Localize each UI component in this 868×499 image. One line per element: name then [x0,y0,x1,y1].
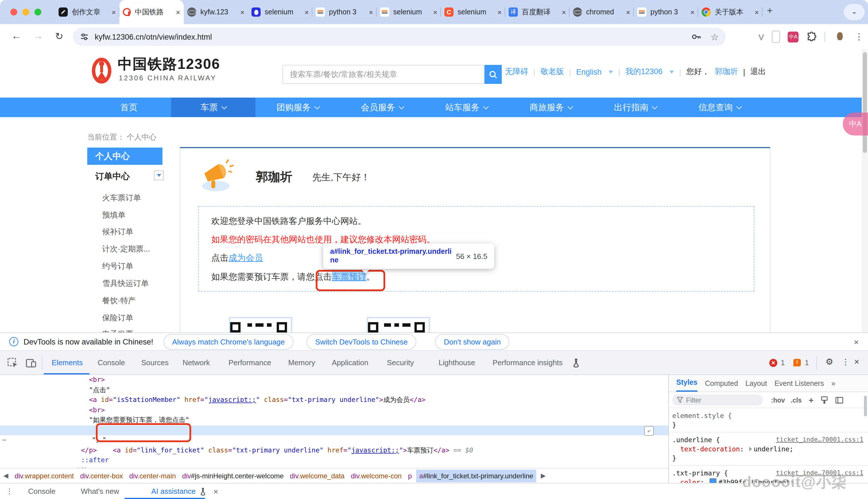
tab-close-icon[interactable]: × [240,8,245,16]
browser-tab[interactable]: selenium × [248,0,312,24]
extensions-puzzle-icon[interactable] [806,31,817,42]
tab-security[interactable]: Security [387,351,414,374]
styles-filter-input[interactable]: Filter [672,394,763,405]
code-line[interactable]: <br> [0,405,668,415]
tune-icon[interactable] [80,32,89,41]
browser-tab[interactable]: 关于版本 × [698,0,762,24]
code-line[interactable]: <a id="isStationMember" href="javascript… [0,395,668,405]
tab-close-icon[interactable]: × [690,8,695,16]
key-icon[interactable] [691,32,701,42]
new-style-rule-icon[interactable]: + [809,395,814,405]
url-text[interactable]: kyfw.12306.cn/otn/view/index.html [95,33,691,41]
tab-network[interactable]: Network [183,351,210,374]
tab-performance-insights[interactable]: Performance insights [493,351,562,374]
browser-tab[interactable]: python 3 × [634,0,698,24]
site-search-button[interactable] [484,65,502,84]
sidebar-item-waitlist[interactable]: 候补订单 [102,227,133,237]
elder-version-link[interactable]: 敬老版 [541,66,564,77]
vue-devtools-icon[interactable]: V [758,32,764,41]
code-line[interactable]: <br> [0,375,668,385]
forward-icon[interactable]: → [33,31,43,42]
collapse-toggle-icon[interactable] [154,171,164,180]
tab-close-icon[interactable]: × [112,8,116,16]
sidebar-item-dining[interactable]: 餐饮·特产 [102,296,136,306]
nav-business[interactable]: 商旅服务 [509,98,593,117]
tab-close-icon[interactable]: × [176,8,180,16]
browser-tab[interactable]: 译 百度翻译 × [505,0,570,24]
nav-info[interactable]: 信息查询 [678,98,762,117]
underline-rule[interactable]: .underline { ticket_inde…70001.css:1 tex… [669,433,868,466]
device-toolbar-icon[interactable] [25,357,37,369]
nav-tickets[interactable]: 车票 [171,98,256,117]
color-swatch[interactable] [710,478,717,483]
crumb-item[interactable]: div#js-minHeight.center-welcome [182,472,284,480]
tab-close-icon[interactable]: × [433,8,437,16]
crumb-item-selected[interactable]: a#link_for_ticket.txt-primary.underline [417,470,536,482]
hov-toggle[interactable]: :hov [771,397,785,403]
drawer-close-icon[interactable]: × [213,487,218,496]
tab-close-icon[interactable]: × [562,8,566,16]
menu-dots-icon[interactable]: ⋮ [855,32,864,42]
become-member-link[interactable]: 成为会员 [228,253,263,263]
error-badge-icon[interactable]: ✕ [769,359,777,367]
site-search-box[interactable] [283,65,484,84]
browser-tab[interactable]: C selenium × [441,0,505,24]
stylesheet-link[interactable]: ticket_inde…70001.css:1 [776,435,864,445]
sidebar-item-invoice[interactable]: 电子发票 [102,329,133,332]
code-line[interactable]: </div> [0,465,668,468]
sidebar-item-prefill[interactable]: 预填单 [102,210,125,220]
styles-scrollbar[interactable] [864,395,867,416]
browser-tab[interactable]: 创作文章 × [55,0,120,24]
crumb-item[interactable]: div.center-main [129,472,176,480]
tab-styles[interactable]: Styles [676,375,697,392]
username-link[interactable]: 郭珈圻 [715,66,738,77]
nav-home[interactable]: 首页 [87,98,171,117]
tab-close-icon[interactable]: × [755,8,759,16]
tab-search-button[interactable]: ⌄ [844,4,865,20]
crumb-item[interactable]: div.welcome_data [290,472,345,480]
nav-guide[interactable]: 出行指南 [593,98,678,117]
tab-close-icon[interactable]: × [305,8,309,16]
sidebar-item-personal-center[interactable]: 个人中心 [87,148,162,165]
code-line[interactable]: </p> [0,445,668,455]
crumb-scroll-right-icon[interactable]: ▶ [541,472,546,479]
close-window-button[interactable] [10,9,17,15]
nav-group-buy[interactable]: 团购服务 [256,98,340,117]
sidebar-group-order-center[interactable]: 订单中心 [95,171,130,182]
mobile-ext-icon[interactable] [771,31,780,43]
rendering-emulation-icon[interactable] [820,396,828,404]
railway-logo-icon[interactable] [88,57,115,84]
tab-lighthouse[interactable]: Lighthouse [438,351,475,374]
site-search-input[interactable] [283,70,484,79]
crumb-scroll-left-icon[interactable]: ◀ [3,472,8,479]
omnibox[interactable]: kyfw.12306.cn/otn/view/index.html ☆ [73,27,726,46]
devtools-close-icon[interactable]: × [854,356,859,366]
browser-tab[interactable]: python 3 × [312,0,376,24]
crumb-item[interactable]: div.center-box [80,472,123,480]
reload-icon[interactable]: ↻ [55,31,63,42]
nav-station[interactable]: 站车服务 [424,98,509,117]
drawer-tab-ai-assistance[interactable]: AI assistance [151,487,196,496]
window-controls[interactable] [10,9,41,15]
profile-avatar[interactable] [832,29,847,44]
error-count[interactable]: 1 [781,359,785,367]
browser-tab[interactable]: selenium × [376,0,441,24]
tab-performance[interactable]: Performance [228,351,271,374]
crumb-item[interactable]: div.wrapper.content [15,472,74,480]
inspect-element-icon[interactable] [7,357,18,369]
issues-count[interactable]: 1 [805,359,809,367]
settings-gear-icon[interactable]: ⚙ [826,356,833,367]
switch-chinese-button[interactable]: Switch DevTools to Chinese [307,334,416,350]
reveal-in-page-icon[interactable]: ⤶ [644,426,654,436]
new-tab-button[interactable]: + [767,5,773,17]
cls-toggle[interactable]: .cls [791,397,802,403]
my-12306-link[interactable]: 我的12306 [625,66,662,77]
english-link[interactable]: English [576,68,602,76]
maximize-window-button[interactable] [35,9,41,15]
sidebar-item-train-orders[interactable]: 火车票订单 [102,193,141,203]
browser-tab[interactable]: chromed × [570,0,634,24]
minimize-window-button[interactable] [22,9,29,15]
browser-tab-active[interactable]: 中国铁路 × [120,0,184,24]
issues-badge-icon[interactable]: ! [793,359,801,366]
drawer-tab-console[interactable]: Console [28,487,55,496]
